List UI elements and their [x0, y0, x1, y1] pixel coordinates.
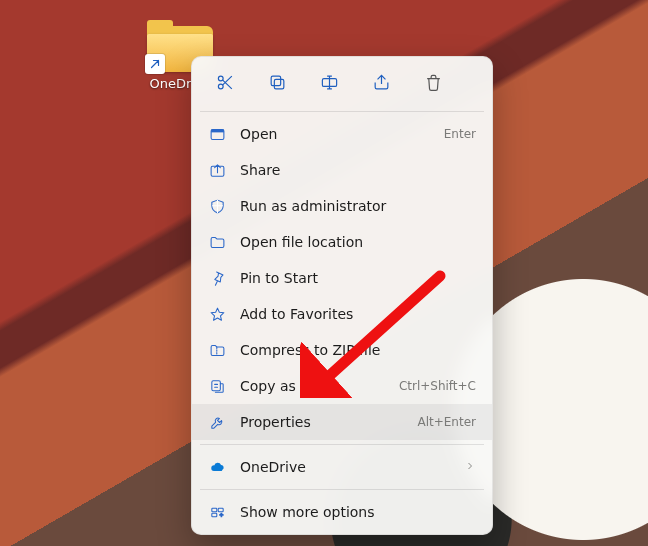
quick-actions-row: [192, 63, 492, 107]
scissors-icon: [216, 73, 235, 96]
menu-item-label: Copy as path: [240, 378, 385, 394]
wrench-icon: [208, 413, 226, 431]
share-icon: [372, 73, 391, 96]
menu-item-label: Pin to Start: [240, 270, 476, 286]
svg-rect-13: [221, 513, 222, 517]
menu-item-label: Compress to ZIP file: [240, 342, 476, 358]
copy-path-icon: [208, 377, 226, 395]
separator: [200, 489, 484, 490]
svg-rect-10: [218, 508, 223, 512]
menu-item-open-location[interactable]: Open file location: [192, 224, 492, 260]
separator: [200, 444, 484, 445]
svg-rect-3: [271, 76, 281, 86]
svg-point-0: [218, 76, 223, 81]
menu-item-label: Show more options: [240, 504, 476, 520]
menu-item-label: Open: [240, 126, 430, 142]
star-icon: [208, 305, 226, 323]
menu-item-share[interactable]: Share: [192, 152, 492, 188]
menu-item-label: OneDrive: [240, 459, 450, 475]
menu-item-label: Run as administrator: [240, 198, 476, 214]
menu-item-compress-zip[interactable]: Compress to ZIP file: [192, 332, 492, 368]
menu-item-label: Share: [240, 162, 476, 178]
more-options-icon: [208, 503, 226, 521]
menu-item-accel: Alt+Enter: [417, 415, 476, 429]
trash-icon: [424, 73, 443, 96]
separator: [200, 111, 484, 112]
menu-item-label: Add to Favorites: [240, 306, 476, 322]
menu-item-accel: Ctrl+Shift+C: [399, 379, 476, 393]
svg-rect-8: [211, 380, 220, 390]
pin-icon: [208, 269, 226, 287]
folder-open-icon: [208, 233, 226, 251]
shortcut-arrow-icon: [145, 54, 165, 74]
shield-icon: [208, 197, 226, 215]
svg-rect-2: [274, 79, 284, 89]
svg-point-1: [218, 84, 223, 89]
svg-rect-9: [211, 508, 216, 512]
menu-item-accel: Enter: [444, 127, 476, 141]
menu-item-more-options[interactable]: Show more options: [192, 494, 492, 530]
context-menu: Open Enter Share Run as administrator Op…: [191, 56, 493, 535]
delete-button[interactable]: [416, 69, 450, 99]
svg-rect-11: [211, 513, 216, 517]
menu-item-open[interactable]: Open Enter: [192, 116, 492, 152]
copy-button[interactable]: [260, 69, 294, 99]
menu-item-label: Properties: [240, 414, 403, 430]
cut-button[interactable]: [208, 69, 242, 99]
desktop-wallpaper: OneDrive: [0, 0, 648, 546]
menu-item-properties[interactable]: Properties Alt+Enter: [192, 404, 492, 440]
menu-item-favorites[interactable]: Add to Favorites: [192, 296, 492, 332]
menu-item-copy-path[interactable]: Copy as path Ctrl+Shift+C: [192, 368, 492, 404]
menu-item-onedrive[interactable]: OneDrive: [192, 449, 492, 485]
menu-item-label: Open file location: [240, 234, 476, 250]
share-button[interactable]: [364, 69, 398, 99]
onedrive-icon: [208, 458, 226, 476]
zip-icon: [208, 341, 226, 359]
open-icon: [208, 125, 226, 143]
rename-button[interactable]: [312, 69, 346, 99]
svg-rect-6: [211, 129, 224, 132]
menu-item-run-admin[interactable]: Run as administrator: [192, 188, 492, 224]
share-menu-icon: [208, 161, 226, 179]
copy-icon: [268, 73, 287, 96]
rename-icon: [320, 73, 339, 96]
chevron-right-icon: [464, 459, 476, 475]
menu-item-pin-start[interactable]: Pin to Start: [192, 260, 492, 296]
